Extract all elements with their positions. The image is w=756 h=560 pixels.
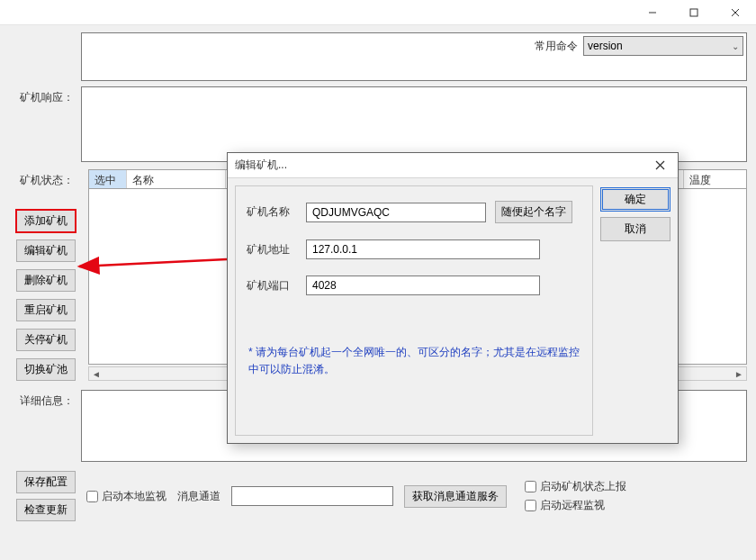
detail-label: 详细信息： (9, 390, 81, 409)
message-channel-input[interactable] (231, 486, 393, 506)
miner-name-label: 矿机名称 (247, 204, 297, 220)
window-close-button[interactable] (715, 0, 756, 24)
col-select[interactable]: 选中 (89, 170, 127, 188)
window-minimize-button[interactable] (632, 0, 673, 24)
check-update-button[interactable]: 检查更新 (16, 499, 76, 521)
response-label: 矿机响应： (9, 86, 81, 105)
local-watch-checkbox[interactable]: 启动本地监视 (86, 489, 166, 504)
remote-watch-check-input[interactable] (525, 500, 536, 511)
local-watch-check-input[interactable] (86, 491, 98, 502)
remote-watch-label: 启动远程监视 (540, 498, 605, 513)
svg-rect-1 (690, 9, 698, 16)
message-channel-label: 消息通道 (177, 489, 220, 504)
miner-name-input[interactable] (306, 203, 486, 222)
get-message-service-button[interactable]: 获取消息通道服务 (404, 485, 507, 508)
status-report-label: 启动矿机状态上报 (540, 479, 626, 494)
restart-miner-button[interactable]: 重启矿机 (16, 299, 76, 321)
miner-address-label: 矿机地址 (247, 242, 297, 257)
local-watch-label: 启动本地监视 (102, 489, 166, 504)
response-textarea[interactable] (81, 86, 747, 162)
window-titlebar (0, 0, 756, 25)
dialog-note: * 请为每台矿机起一个全网唯一的、可区分的名字；尤其是在远程监控中可以防止混淆。 (247, 344, 581, 378)
miner-port-label: 矿机端口 (247, 278, 297, 294)
window-maximize-button[interactable] (673, 0, 715, 24)
miner-address-input[interactable] (306, 239, 540, 259)
col-temperature[interactable]: 温度 (683, 170, 746, 188)
random-name-button[interactable]: 随便起个名字 (495, 201, 572, 223)
dialog-title: 编辑矿机... (235, 158, 287, 173)
common-command-value: version (588, 40, 623, 52)
remote-watch-checkbox[interactable]: 启动远程监视 (525, 498, 626, 513)
shutdown-miner-button[interactable]: 关停矿机 (16, 329, 76, 351)
save-config-button[interactable]: 保存配置 (16, 471, 76, 493)
miner-port-input[interactable] (306, 275, 540, 295)
scroll-left-icon[interactable]: ◄ (89, 369, 104, 379)
dialog-close-button[interactable] (650, 157, 670, 175)
switch-pool-button[interactable]: 切换矿池 (16, 358, 76, 381)
common-command-label: 常用命令 (535, 39, 578, 54)
edit-miner-button[interactable]: 编辑矿机 (16, 239, 76, 262)
delete-miner-button[interactable]: 删除矿机 (16, 269, 76, 292)
chevron-down-icon: ⌄ (732, 41, 739, 51)
dialog-ok-button[interactable]: 确定 (600, 187, 670, 212)
add-miner-button[interactable]: 添加矿机 (16, 210, 76, 232)
col-name[interactable]: 名称 (127, 170, 226, 188)
common-command-select[interactable]: version ⌄ (583, 36, 743, 56)
status-report-checkbox[interactable]: 启动矿机状态上报 (525, 479, 626, 494)
dialog-cancel-button[interactable]: 取消 (600, 217, 670, 241)
edit-miner-dialog: 编辑矿机... 矿机名称 随便起个名字 矿机地址 矿机端口 (227, 152, 679, 444)
status-label: 矿机状态： (9, 169, 81, 188)
scroll-right-icon[interactable]: ► (732, 369, 746, 379)
status-report-check-input[interactable] (525, 481, 536, 492)
